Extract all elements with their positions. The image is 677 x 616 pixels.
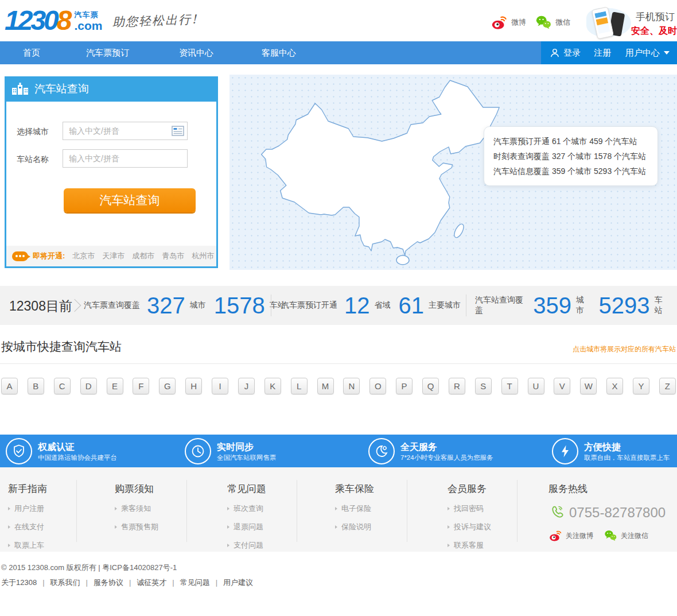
feature-certified: 权威认证 中国道路运输协会共建平台 bbox=[6, 438, 117, 464]
arrow-right-icon bbox=[8, 507, 10, 510]
wechat-icon bbox=[535, 14, 552, 31]
ellipsis-bubble-icon bbox=[12, 251, 28, 261]
register-button[interactable]: 注册 bbox=[594, 41, 611, 64]
legal-link-suggest[interactable]: 用户建议 bbox=[210, 578, 253, 588]
legal-link-terms[interactable]: 服务协议 bbox=[80, 578, 123, 588]
legal-link-jobs[interactable]: 诚征英才 bbox=[123, 578, 166, 588]
letter-button-e[interactable]: E bbox=[107, 378, 123, 394]
letter-button-l[interactable]: L bbox=[291, 378, 308, 394]
footer-link[interactable]: 班次查询 bbox=[227, 503, 266, 514]
letter-button-n[interactable]: N bbox=[343, 378, 360, 394]
nav-item-booking[interactable]: 汽车票预订 bbox=[86, 41, 129, 64]
letter-button-a[interactable]: A bbox=[1, 378, 18, 394]
divider bbox=[517, 480, 518, 542]
hotline-phone: 0755-82787800 bbox=[548, 505, 666, 521]
weibo-label: 微博 bbox=[511, 17, 526, 28]
wechat-link[interactable]: 微信 bbox=[535, 14, 570, 31]
station-input[interactable] bbox=[63, 149, 188, 168]
letter-button-f[interactable]: F bbox=[133, 378, 149, 394]
city-label: 选择城市 bbox=[17, 122, 49, 141]
coming-city: 北京市 bbox=[72, 251, 95, 261]
user-center-menu[interactable]: 用户中心 bbox=[625, 41, 670, 64]
coming-city: 青岛市 bbox=[162, 251, 184, 261]
footer-link[interactable]: 找回密码 bbox=[448, 503, 491, 514]
station-search-button[interactable]: 汽车站查询 bbox=[64, 188, 196, 212]
letter-button-g[interactable]: G bbox=[159, 378, 176, 394]
nav-item-service[interactable]: 客服中心 bbox=[262, 41, 296, 64]
wechat-icon[interactable] bbox=[604, 529, 617, 543]
footer-link[interactable]: 乘客须知 bbox=[115, 503, 158, 514]
footer-link[interactable]: 支付问题 bbox=[227, 540, 266, 551]
divider bbox=[76, 480, 77, 542]
hainan-island bbox=[396, 255, 409, 265]
letter-button-d[interactable]: D bbox=[80, 378, 97, 394]
nav-item-home[interactable]: 首页 bbox=[23, 41, 40, 64]
letter-button-y[interactable]: Y bbox=[633, 378, 649, 394]
letter-button-q[interactable]: Q bbox=[422, 378, 439, 394]
letter-button-h[interactable]: H bbox=[185, 378, 202, 394]
legal-link-contact[interactable]: 联系我们 bbox=[37, 578, 80, 588]
footer-link[interactable]: 取票上车 bbox=[8, 540, 47, 551]
letter-button-x[interactable]: X bbox=[606, 378, 623, 394]
city-input[interactable] bbox=[63, 122, 188, 140]
mobile-booking-label: 手机预订 bbox=[636, 10, 675, 24]
footer-link[interactable]: 电子保险 bbox=[335, 503, 374, 514]
logo-number: 12308 bbox=[5, 5, 69, 37]
logo-domain: .com bbox=[74, 20, 102, 32]
arrow-right-icon bbox=[227, 525, 229, 529]
letter-button-z[interactable]: Z bbox=[659, 378, 676, 394]
coverage-tooltip: 汽车票预订开通 61 个城市 459 个汽车站 时刻表查询覆盖 327 个城市 … bbox=[484, 126, 658, 186]
panel-title: 汽车站查询 bbox=[34, 82, 89, 96]
letter-button-v[interactable]: V bbox=[554, 378, 570, 394]
weibo-link[interactable]: 微博 bbox=[491, 14, 526, 31]
footer-link[interactable]: 投诉与建议 bbox=[448, 522, 491, 532]
arrow-right-icon bbox=[335, 507, 337, 510]
letter-button-p[interactable]: P bbox=[396, 378, 413, 394]
footer-link[interactable]: 退票问题 bbox=[227, 522, 266, 532]
letter-button-w[interactable]: W bbox=[580, 378, 597, 394]
arrow-right-icon bbox=[115, 525, 117, 529]
weibo-icon[interactable] bbox=[548, 529, 562, 543]
follow-wechat-link[interactable]: 关注微信 bbox=[621, 531, 648, 541]
letter-button-m[interactable]: M bbox=[317, 378, 334, 394]
letter-button-b[interactable]: B bbox=[28, 378, 44, 394]
city-picker-icon[interactable] bbox=[172, 126, 184, 136]
stat-number: 1578 bbox=[214, 294, 265, 317]
footer-link[interactable]: 在线支付 bbox=[8, 522, 47, 532]
stat-number: 61 bbox=[399, 294, 425, 317]
letter-button-i[interactable]: I bbox=[212, 378, 228, 394]
site-logo[interactable]: 12308 汽车票 .com bbox=[5, 5, 103, 37]
nav-item-news[interactable]: 资讯中心 bbox=[179, 41, 213, 64]
coming-city: 杭州市 bbox=[192, 251, 214, 261]
letter-button-u[interactable]: U bbox=[528, 378, 544, 394]
footer-link[interactable]: 保险说明 bbox=[335, 522, 374, 532]
stat-number: 359 bbox=[533, 294, 571, 317]
letter-button-j[interactable]: J bbox=[238, 378, 255, 394]
footer-link[interactable]: 用户注册 bbox=[8, 503, 47, 514]
letter-button-k[interactable]: K bbox=[264, 378, 281, 394]
letter-button-c[interactable]: C bbox=[54, 378, 71, 394]
letter-button-s[interactable]: S bbox=[475, 378, 492, 394]
legal-link-about[interactable]: 关于12308 bbox=[1, 578, 37, 588]
footer-link[interactable]: 联系客服 bbox=[448, 540, 491, 551]
weibo-icon bbox=[491, 14, 508, 31]
mobile-app-image bbox=[586, 3, 631, 39]
legal-link-faq[interactable]: 常见问题 bbox=[166, 578, 209, 588]
coming-city: 成都市 bbox=[132, 251, 154, 261]
coming-city: 天津市 bbox=[102, 251, 124, 261]
footer-col-faq: 常见问题 班次查询 退票问题 支付问题 bbox=[227, 467, 266, 551]
footer-social: 关注微博 关注微信 bbox=[548, 529, 666, 543]
follow-weibo-link[interactable]: 关注微博 bbox=[566, 531, 593, 541]
divider bbox=[407, 480, 407, 542]
station-building-icon bbox=[11, 82, 29, 96]
footer-link[interactable]: 售票预售期 bbox=[115, 522, 158, 532]
slogan-text: 助您轻松出行! bbox=[112, 11, 198, 30]
arrow-right-icon bbox=[115, 507, 117, 510]
letter-button-o[interactable]: O bbox=[369, 378, 386, 394]
china-map: 汽车票预订开通 61 个城市 459 个汽车站 时刻表查询覆盖 327 个城市 … bbox=[229, 75, 677, 270]
copyright-text: © 2015 12308.com 版权所有 | 粤ICP备14020827号-1 bbox=[1, 563, 177, 573]
panel-header: 汽车站查询 bbox=[5, 76, 218, 102]
letter-button-r[interactable]: R bbox=[449, 378, 465, 394]
letter-button-t[interactable]: T bbox=[501, 378, 518, 394]
login-button[interactable]: 登录 bbox=[550, 41, 581, 64]
